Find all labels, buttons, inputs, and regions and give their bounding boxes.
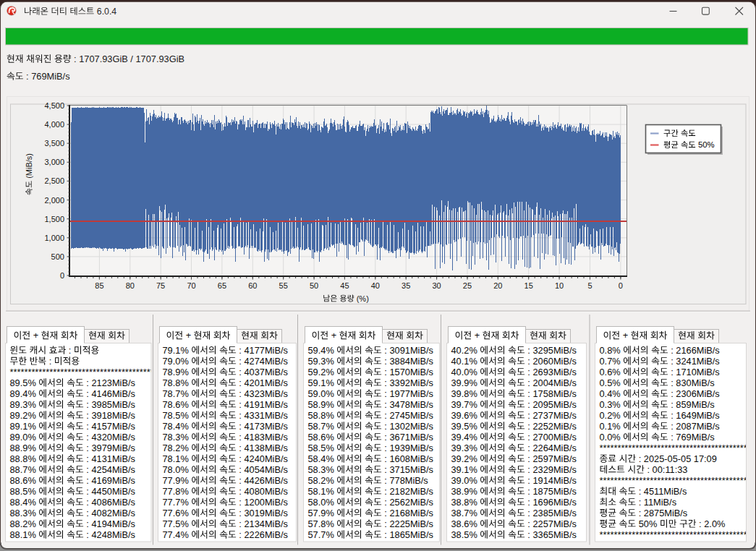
- svg-text:89.1%: 89.1%: [10, 421, 36, 432]
- svg-text:50%: 50%: [639, 518, 658, 529]
- svg-text:80: 80: [126, 281, 135, 290]
- svg-text:: 1608MiB/s: : 1608MiB/s: [384, 453, 433, 464]
- svg-text:89.4%: 89.4%: [10, 388, 36, 399]
- svg-text:57.7%: 57.7%: [308, 529, 334, 540]
- svg-text:: 2700MiB/s: : 2700MiB/s: [527, 432, 577, 443]
- svg-text:35: 35: [402, 281, 410, 290]
- svg-text:78.8%: 78.8%: [163, 377, 189, 388]
- svg-text:: 2168MiB/s: : 2168MiB/s: [384, 508, 433, 518]
- svg-text:40: 40: [371, 281, 380, 290]
- svg-text:88.3%: 88.3%: [10, 508, 36, 518]
- svg-text:0.1%: 0.1%: [600, 421, 621, 432]
- svg-text:78.4%: 78.4%: [163, 421, 189, 432]
- svg-text:70: 70: [187, 281, 195, 290]
- svg-text:******************************: ****************************************…: [600, 475, 747, 486]
- svg-text:39.7%: 39.7%: [451, 399, 477, 410]
- svg-text:77.6%: 77.6%: [163, 508, 189, 518]
- svg-text:: 769MiB/s: : 769MiB/s: [26, 71, 69, 82]
- svg-text:78.0%: 78.0%: [163, 464, 189, 475]
- svg-text:0.3%: 0.3%: [600, 399, 621, 410]
- svg-text:89.0%: 89.0%: [10, 432, 36, 443]
- svg-text:: 769MiB/s: : 769MiB/s: [671, 432, 714, 443]
- svg-text:78.6%: 78.6%: [163, 399, 189, 410]
- svg-text:10: 10: [555, 281, 564, 290]
- svg-text:: 2875MiB/s: : 2875MiB/s: [639, 508, 688, 518]
- svg-text:4,000: 4,000: [45, 120, 65, 129]
- svg-text:15: 15: [524, 281, 533, 290]
- svg-text:: 4086MiB/s: : 4086MiB/s: [86, 497, 135, 508]
- svg-text:: 4177MiB/s: : 4177MiB/s: [239, 345, 288, 356]
- svg-text:: 4157MiB/s: : 4157MiB/s: [86, 421, 135, 432]
- svg-text:58.2%: 58.2%: [308, 475, 334, 486]
- svg-text:: 4037MiB/s: : 4037MiB/s: [239, 367, 288, 377]
- svg-text:: 1939MiB/s: : 1939MiB/s: [384, 443, 433, 453]
- svg-text:: 4054MiB/s: : 4054MiB/s: [239, 464, 288, 475]
- svg-text:: 1914MiB/s: : 1914MiB/s: [527, 475, 577, 486]
- svg-text:: 2597MiB/s: : 2597MiB/s: [527, 453, 577, 464]
- svg-text:: 859MiB/s: : 859MiB/s: [671, 399, 714, 410]
- svg-text:: 3884MiB/s: : 3884MiB/s: [384, 356, 433, 367]
- svg-text:+: +: [33, 330, 38, 341]
- svg-text:59.1%: 59.1%: [308, 377, 334, 388]
- svg-text:******************************: ****************************************…: [600, 529, 747, 540]
- svg-text:: 2252MiB/s: : 2252MiB/s: [527, 421, 577, 432]
- svg-text:: 778MiB/s: : 778MiB/s: [384, 475, 428, 486]
- svg-text:: 1865MiB/s: : 1865MiB/s: [384, 529, 433, 540]
- svg-text:89.2%: 89.2%: [10, 410, 36, 421]
- svg-text:78.5%: 78.5%: [163, 410, 189, 421]
- svg-text:77.7%: 77.7%: [163, 497, 189, 508]
- svg-text:39.0%: 39.0%: [451, 475, 477, 486]
- svg-text:88.5%: 88.5%: [10, 486, 36, 497]
- svg-text:: 1710MiB/s: : 1710MiB/s: [671, 367, 720, 377]
- svg-text:65: 65: [218, 281, 226, 290]
- svg-text:: 4426MiB/s: : 4426MiB/s: [239, 475, 288, 486]
- svg-text:: 2095MiB/s: : 2095MiB/s: [527, 399, 577, 410]
- svg-text:6.0.4: 6.0.4: [97, 7, 117, 17]
- svg-text:: 3241MiB/s: : 3241MiB/s: [671, 356, 720, 367]
- svg-text::: :: [69, 345, 72, 356]
- svg-text:0: 0: [619, 281, 623, 290]
- svg-text:57.8%: 57.8%: [308, 518, 334, 529]
- svg-text:0: 0: [60, 271, 64, 280]
- svg-text:: 4138MiB/s: : 4138MiB/s: [239, 443, 288, 453]
- svg-text::: :: [49, 356, 52, 367]
- svg-text:89.5%: 89.5%: [10, 377, 36, 388]
- svg-text:58.3%: 58.3%: [308, 464, 334, 475]
- svg-text:: 4240MiB/s: : 4240MiB/s: [239, 453, 288, 464]
- svg-text:88.1%: 88.1%: [10, 529, 36, 540]
- svg-text:2,000: 2,000: [45, 196, 65, 205]
- svg-text:1,500: 1,500: [45, 215, 65, 223]
- svg-text:88.6%: 88.6%: [10, 475, 36, 486]
- svg-text:: 3478MiB/s: : 3478MiB/s: [384, 399, 433, 410]
- svg-text:0.7%: 0.7%: [600, 356, 621, 367]
- svg-text:1,000: 1,000: [45, 234, 65, 242]
- svg-text:40.0%: 40.0%: [451, 367, 477, 377]
- svg-text:39.2%: 39.2%: [451, 453, 477, 464]
- svg-text:: 2329MiB/s: : 2329MiB/s: [527, 464, 577, 475]
- svg-text:: 1875MiB/s: : 1875MiB/s: [527, 486, 577, 497]
- svg-text:78.2%: 78.2%: [163, 443, 189, 453]
- svg-text:0.2%: 0.2%: [600, 410, 621, 421]
- svg-text:88.9%: 88.9%: [10, 443, 36, 453]
- svg-text:: 3392MiB/s: : 3392MiB/s: [384, 377, 433, 388]
- svg-text:: 2693MiB/s: : 2693MiB/s: [527, 367, 577, 377]
- svg-text:: 4254MiB/s: : 4254MiB/s: [86, 464, 135, 475]
- svg-text:: 2264MiB/s: : 2264MiB/s: [527, 443, 577, 453]
- svg-text:88.7%: 88.7%: [10, 464, 36, 475]
- svg-text:: 1758MiB/s: : 1758MiB/s: [527, 388, 577, 399]
- svg-text:77.8%: 77.8%: [163, 486, 189, 497]
- svg-text:: 2385MiB/s: : 2385MiB/s: [527, 508, 577, 518]
- svg-text:+: +: [331, 330, 336, 341]
- svg-text:: 2257MiB/s: : 2257MiB/s: [527, 518, 577, 529]
- svg-text:78.1%: 78.1%: [163, 453, 189, 464]
- svg-text:: 3019MiB/s: : 3019MiB/s: [239, 508, 288, 518]
- svg-text:: 3918MiB/s: : 3918MiB/s: [86, 410, 135, 421]
- svg-text:: 3365MiB/s: : 3365MiB/s: [527, 529, 577, 540]
- svg-text:: 2737MiB/s: : 2737MiB/s: [527, 410, 577, 421]
- svg-text:40.2%: 40.2%: [451, 345, 477, 356]
- svg-text:: 4191MiB/s: : 4191MiB/s: [239, 399, 288, 410]
- svg-text:50%: 50%: [698, 140, 715, 149]
- svg-text:+: +: [475, 330, 480, 341]
- svg-text:+: +: [623, 330, 628, 341]
- svg-text:88.8%: 88.8%: [10, 453, 36, 464]
